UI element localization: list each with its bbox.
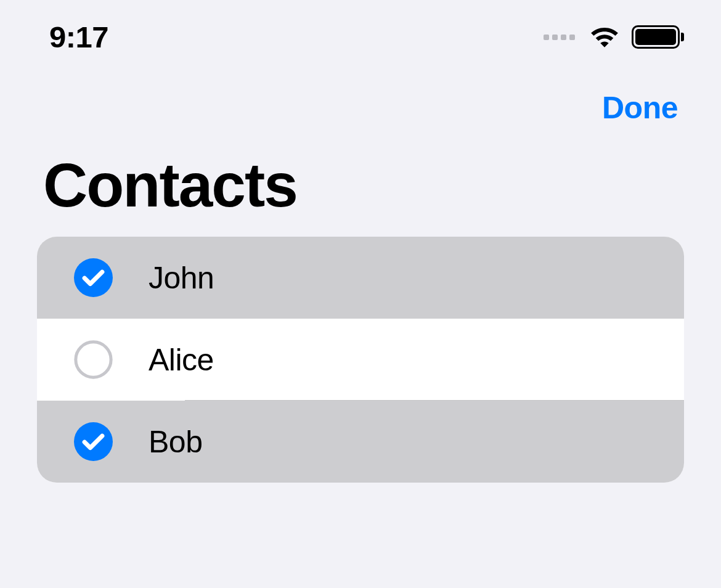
list-item[interactable]: John <box>37 237 684 319</box>
circle-icon <box>74 340 113 379</box>
list-item[interactable]: Bob <box>37 401 684 483</box>
battery-icon <box>632 25 684 49</box>
done-button[interactable]: Done <box>602 90 678 126</box>
page-dots-icon <box>544 35 575 40</box>
status-right <box>544 25 684 49</box>
wifi-icon <box>589 25 621 49</box>
status-bar: 9:17 <box>0 0 721 74</box>
svg-point-1 <box>76 342 111 377</box>
large-title: Contacts <box>0 142 721 237</box>
list-item[interactable]: Alice <box>37 319 684 401</box>
page-title: Contacts <box>43 154 678 216</box>
checkmark-circle-fill-icon <box>74 422 113 461</box>
checkmark-circle-fill-icon <box>74 258 113 297</box>
contact-name: Bob <box>149 424 202 460</box>
contacts-list: John Alice Bob <box>37 237 684 483</box>
contact-name: John <box>149 260 214 296</box>
contact-name: Alice <box>149 342 214 378</box>
status-time: 9:17 <box>49 20 108 54</box>
nav-bar: Done <box>0 74 721 142</box>
